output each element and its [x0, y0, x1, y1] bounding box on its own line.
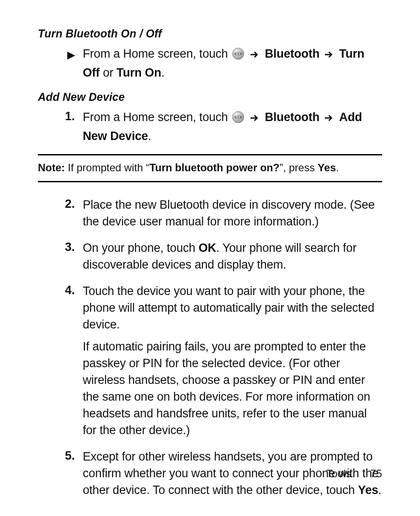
- apps-icon: [232, 48, 244, 64]
- text: Touch the device you want to pair with y…: [83, 283, 382, 333]
- text: .: [148, 129, 151, 143]
- text: On your phone, touch: [83, 241, 199, 254]
- svg-point-1: [235, 53, 236, 54]
- step-number: 1.: [49, 109, 83, 124]
- text: From a Home screen, touch: [83, 111, 231, 124]
- bold-bluetooth: Bluetooth: [265, 111, 320, 124]
- note-label: Note:: [38, 162, 65, 173]
- note-block: Note: If prompted with “Turn bluetooth p…: [38, 154, 382, 182]
- step-body: Touch the device you want to pair with y…: [83, 283, 382, 439]
- step-number: 3.: [49, 240, 83, 254]
- text: .: [378, 483, 381, 497]
- text: or: [99, 66, 116, 79]
- svg-point-6: [235, 116, 236, 118]
- bold-yes: Yes: [318, 162, 336, 173]
- arrow-icon: [250, 46, 260, 63]
- step-body: Place the new Bluetooth device in discov…: [83, 196, 382, 230]
- triangle-bullet-icon: ▶: [49, 45, 83, 62]
- svg-point-2: [237, 53, 239, 54]
- step-3: 3. On your phone, touch OK. Your phone w…: [38, 240, 382, 273]
- text: If automatic pairing fails, you are prom…: [83, 338, 382, 439]
- bullet-body: From a Home screen, touch Bluetooth Turn…: [83, 45, 382, 81]
- text: If prompted with “: [65, 162, 149, 173]
- manual-page: Turn Bluetooth On / Off ▶ From a Home sc…: [0, 0, 420, 516]
- bold-yes: Yes: [358, 483, 378, 497]
- step-number: 2.: [49, 196, 83, 211]
- step-4: 4. Touch the device you want to pair wit…: [38, 283, 382, 439]
- heading-add-new-device: Add New Device: [38, 91, 382, 103]
- text: From a Home screen, touch: [83, 47, 231, 60]
- text: ”, press: [280, 162, 318, 173]
- arrow-icon: [324, 110, 334, 126]
- svg-point-7: [237, 116, 239, 118]
- bullet-turn-bluetooth: ▶ From a Home screen, touch Bluetooth Tu…: [38, 45, 382, 81]
- page-footer: Tools 75: [326, 468, 382, 480]
- step-body: On your phone, touch OK. Your phone will…: [83, 240, 382, 273]
- heading-turn-bluetooth: Turn Bluetooth On / Off: [38, 27, 382, 40]
- svg-point-3: [240, 53, 241, 54]
- apps-icon: [232, 111, 244, 128]
- arrow-icon: [324, 46, 334, 63]
- step-1: 1. From a Home screen, touch Bluetooth A…: [38, 109, 382, 144]
- step-body: From a Home screen, touch Bluetooth Add …: [83, 109, 382, 144]
- bold-bluetooth: Bluetooth: [265, 47, 320, 60]
- text: Place the new Bluetooth device in discov…: [83, 196, 382, 230]
- footer-section: Tools: [326, 468, 351, 479]
- text: .: [161, 66, 164, 79]
- bold-ok: OK: [199, 241, 216, 254]
- arrow-icon: [250, 110, 260, 126]
- note-prompt: Turn bluetooth power on?: [149, 162, 280, 173]
- bold-turn-on: Turn On: [117, 66, 162, 79]
- step-2: 2. Place the new Bluetooth device in dis…: [38, 196, 382, 230]
- step-number: 5.: [49, 448, 83, 463]
- step-number: 4.: [49, 283, 83, 298]
- footer-page-number: 75: [370, 468, 382, 480]
- svg-point-8: [240, 116, 241, 118]
- text: .: [336, 162, 339, 173]
